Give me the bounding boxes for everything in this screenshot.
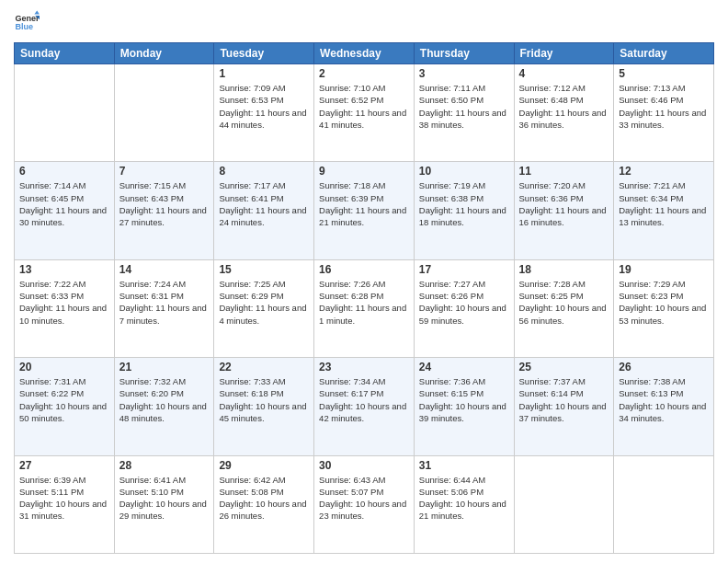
calendar-table: SundayMondayTuesdayWednesdayThursdayFrid… [14, 42, 714, 554]
day-number: 23 [319, 361, 409, 373]
day-info: Sunrise: 7:21 AM Sunset: 6:34 PM Dayligh… [619, 179, 709, 228]
logo: General Blue [14, 9, 40, 35]
header: General Blue [14, 9, 714, 35]
day-number: 29 [219, 459, 309, 472]
calendar-cell: 19Sunrise: 7:29 AM Sunset: 6:23 PM Dayli… [614, 259, 714, 357]
day-number: 13 [19, 263, 109, 276]
calendar-cell: 23Sunrise: 7:34 AM Sunset: 6:17 PM Dayli… [314, 358, 415, 455]
weekday-header-saturday: Saturday [614, 43, 714, 64]
day-info: Sunrise: 7:34 AM Sunset: 6:17 PM Dayligh… [319, 375, 409, 424]
day-number: 3 [419, 67, 509, 80]
day-number: 14 [119, 263, 210, 276]
day-number: 24 [419, 361, 509, 373]
calendar-cell: 30Sunrise: 6:43 AM Sunset: 5:07 PM Dayli… [314, 455, 415, 553]
day-number: 27 [19, 459, 109, 472]
calendar-cell: 15Sunrise: 7:25 AM Sunset: 6:29 PM Dayli… [214, 259, 314, 357]
day-number: 21 [119, 361, 210, 373]
day-info: Sunrise: 7:17 AM Sunset: 6:41 PM Dayligh… [219, 179, 309, 228]
calendar-cell: 24Sunrise: 7:36 AM Sunset: 6:15 PM Dayli… [414, 358, 514, 455]
day-info: Sunrise: 7:22 AM Sunset: 6:33 PM Dayligh… [19, 278, 109, 327]
day-number: 15 [219, 263, 309, 276]
day-info: Sunrise: 7:20 AM Sunset: 6:36 PM Dayligh… [519, 179, 609, 228]
calendar-cell: 6Sunrise: 7:14 AM Sunset: 6:45 PM Daylig… [15, 162, 115, 259]
day-info: Sunrise: 7:12 AM Sunset: 6:48 PM Dayligh… [519, 82, 609, 131]
calendar-cell: 16Sunrise: 7:26 AM Sunset: 6:28 PM Dayli… [314, 259, 415, 357]
day-info: Sunrise: 7:37 AM Sunset: 6:14 PM Dayligh… [519, 375, 609, 424]
calendar-cell: 3Sunrise: 7:11 AM Sunset: 6:50 PM Daylig… [414, 64, 514, 162]
day-number: 28 [119, 459, 210, 472]
calendar-cell: 31Sunrise: 6:44 AM Sunset: 5:06 PM Dayli… [414, 455, 514, 553]
calendar-body: 1Sunrise: 7:09 AM Sunset: 6:53 PM Daylig… [15, 64, 714, 554]
calendar-week-3: 13Sunrise: 7:22 AM Sunset: 6:33 PM Dayli… [15, 259, 714, 357]
calendar-cell [514, 455, 614, 553]
calendar-header: SundayMondayTuesdayWednesdayThursdayFrid… [15, 43, 714, 64]
day-number: 5 [619, 67, 709, 80]
calendar-cell [614, 455, 714, 553]
day-info: Sunrise: 7:32 AM Sunset: 6:20 PM Dayligh… [119, 375, 210, 424]
day-number: 8 [219, 165, 309, 178]
day-number: 4 [519, 67, 609, 80]
day-number: 11 [519, 165, 609, 178]
weekday-header-tuesday: Tuesday [214, 43, 314, 64]
calendar-cell: 27Sunrise: 6:39 AM Sunset: 5:11 PM Dayli… [15, 455, 115, 553]
day-number: 2 [319, 67, 409, 80]
day-info: Sunrise: 7:11 AM Sunset: 6:50 PM Dayligh… [419, 82, 509, 131]
day-number: 26 [619, 361, 709, 373]
weekday-header-friday: Friday [514, 43, 614, 64]
day-info: Sunrise: 7:38 AM Sunset: 6:13 PM Dayligh… [619, 375, 709, 424]
calendar-cell: 29Sunrise: 6:42 AM Sunset: 5:08 PM Dayli… [214, 455, 314, 553]
calendar-week-4: 20Sunrise: 7:31 AM Sunset: 6:22 PM Dayli… [15, 358, 714, 455]
day-number: 6 [19, 165, 109, 178]
day-number: 10 [419, 165, 509, 178]
calendar-cell: 28Sunrise: 6:41 AM Sunset: 5:10 PM Dayli… [114, 455, 214, 553]
calendar-week-5: 27Sunrise: 6:39 AM Sunset: 5:11 PM Dayli… [15, 455, 714, 553]
page: General Blue SundayMondayTuesdayWednesda… [0, 0, 728, 563]
day-info: Sunrise: 7:13 AM Sunset: 6:46 PM Dayligh… [619, 82, 709, 131]
calendar-cell: 26Sunrise: 7:38 AM Sunset: 6:13 PM Dayli… [614, 358, 714, 455]
calendar-cell: 18Sunrise: 7:28 AM Sunset: 6:25 PM Dayli… [514, 259, 614, 357]
day-info: Sunrise: 6:41 AM Sunset: 5:10 PM Dayligh… [119, 474, 210, 523]
calendar-cell: 14Sunrise: 7:24 AM Sunset: 6:31 PM Dayli… [114, 259, 214, 357]
svg-text:Blue: Blue [15, 22, 33, 31]
calendar-cell: 10Sunrise: 7:19 AM Sunset: 6:38 PM Dayli… [414, 162, 514, 259]
calendar-cell: 17Sunrise: 7:27 AM Sunset: 6:26 PM Dayli… [414, 259, 514, 357]
day-number: 22 [219, 361, 309, 373]
calendar-cell: 25Sunrise: 7:37 AM Sunset: 6:14 PM Dayli… [514, 358, 614, 455]
day-info: Sunrise: 7:25 AM Sunset: 6:29 PM Dayligh… [219, 278, 309, 327]
svg-text:General: General [15, 14, 40, 23]
calendar-cell: 13Sunrise: 7:22 AM Sunset: 6:33 PM Dayli… [15, 259, 115, 357]
day-info: Sunrise: 7:18 AM Sunset: 6:39 PM Dayligh… [319, 179, 409, 228]
svg-marker-2 [34, 10, 40, 14]
calendar-cell: 4Sunrise: 7:12 AM Sunset: 6:48 PM Daylig… [514, 64, 614, 162]
calendar-cell: 1Sunrise: 7:09 AM Sunset: 6:53 PM Daylig… [214, 64, 314, 162]
calendar-week-2: 6Sunrise: 7:14 AM Sunset: 6:45 PM Daylig… [15, 162, 714, 259]
day-info: Sunrise: 7:09 AM Sunset: 6:53 PM Dayligh… [219, 82, 309, 131]
calendar-cell: 21Sunrise: 7:32 AM Sunset: 6:20 PM Dayli… [114, 358, 214, 455]
day-info: Sunrise: 6:42 AM Sunset: 5:08 PM Dayligh… [219, 474, 309, 523]
calendar-week-1: 1Sunrise: 7:09 AM Sunset: 6:53 PM Daylig… [15, 64, 714, 162]
weekday-header-monday: Monday [114, 43, 214, 64]
day-info: Sunrise: 7:31 AM Sunset: 6:22 PM Dayligh… [19, 375, 109, 424]
day-info: Sunrise: 7:29 AM Sunset: 6:23 PM Dayligh… [619, 278, 709, 327]
day-number: 20 [19, 361, 109, 373]
day-number: 18 [519, 263, 609, 276]
day-info: Sunrise: 6:43 AM Sunset: 5:07 PM Dayligh… [319, 474, 409, 523]
day-info: Sunrise: 7:10 AM Sunset: 6:52 PM Dayligh… [319, 82, 409, 131]
day-number: 25 [519, 361, 609, 373]
calendar-cell: 2Sunrise: 7:10 AM Sunset: 6:52 PM Daylig… [314, 64, 415, 162]
day-number: 9 [319, 165, 409, 178]
calendar-cell: 9Sunrise: 7:18 AM Sunset: 6:39 PM Daylig… [314, 162, 415, 259]
day-number: 30 [319, 459, 409, 472]
logo-icon: General Blue [14, 9, 40, 35]
day-info: Sunrise: 7:36 AM Sunset: 6:15 PM Dayligh… [419, 375, 509, 424]
day-info: Sunrise: 7:19 AM Sunset: 6:38 PM Dayligh… [419, 179, 509, 228]
day-number: 1 [219, 67, 309, 80]
day-info: Sunrise: 7:24 AM Sunset: 6:31 PM Dayligh… [119, 278, 210, 327]
calendar-cell: 20Sunrise: 7:31 AM Sunset: 6:22 PM Dayli… [15, 358, 115, 455]
calendar-cell: 5Sunrise: 7:13 AM Sunset: 6:46 PM Daylig… [614, 64, 714, 162]
calendar-cell: 7Sunrise: 7:15 AM Sunset: 6:43 PM Daylig… [114, 162, 214, 259]
calendar-cell [114, 64, 214, 162]
calendar-cell: 12Sunrise: 7:21 AM Sunset: 6:34 PM Dayli… [614, 162, 714, 259]
day-info: Sunrise: 7:28 AM Sunset: 6:25 PM Dayligh… [519, 278, 609, 327]
weekday-header-wednesday: Wednesday [314, 43, 415, 64]
